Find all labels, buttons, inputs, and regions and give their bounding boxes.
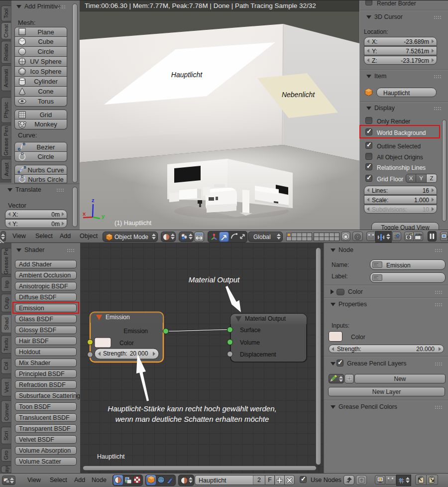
svg-text:Displacement: Displacement (240, 351, 276, 358)
svg-text:Surface: Surface (240, 327, 261, 334)
svg-text:Emission: Emission (123, 328, 148, 335)
svg-text:x: x (83, 211, 86, 217)
svg-text:Hauptlicht: Hauptlicht (171, 71, 203, 79)
svg-text:z: z (92, 197, 95, 203)
svg-text:Hauptlicht: Hauptlicht (97, 453, 125, 460)
svg-text:Material Output: Material Output (189, 275, 240, 284)
svg-text:y: y (102, 213, 105, 219)
svg-text:(1) Hauptlicht: (1) Hauptlicht (114, 220, 152, 227)
svg-text:Volume: Volume (240, 339, 260, 346)
svg-text:Hauptlicht-Stärke kann recht h: Hauptlicht-Stärke kann recht hoch gewähl… (108, 404, 276, 413)
svg-text:Material Output: Material Output (245, 315, 286, 322)
svg-text:Strength:: Strength: (103, 350, 127, 357)
svg-text:20.000: 20.000 (130, 350, 148, 357)
svg-text:Nebenlicht: Nebenlicht (282, 91, 315, 99)
svg-text:Color: Color (119, 340, 134, 347)
svg-text:wenn man deutliche Schatten er: wenn man deutliche Schatten erhalten möc… (115, 415, 269, 423)
svg-text:Emission: Emission (106, 314, 130, 321)
